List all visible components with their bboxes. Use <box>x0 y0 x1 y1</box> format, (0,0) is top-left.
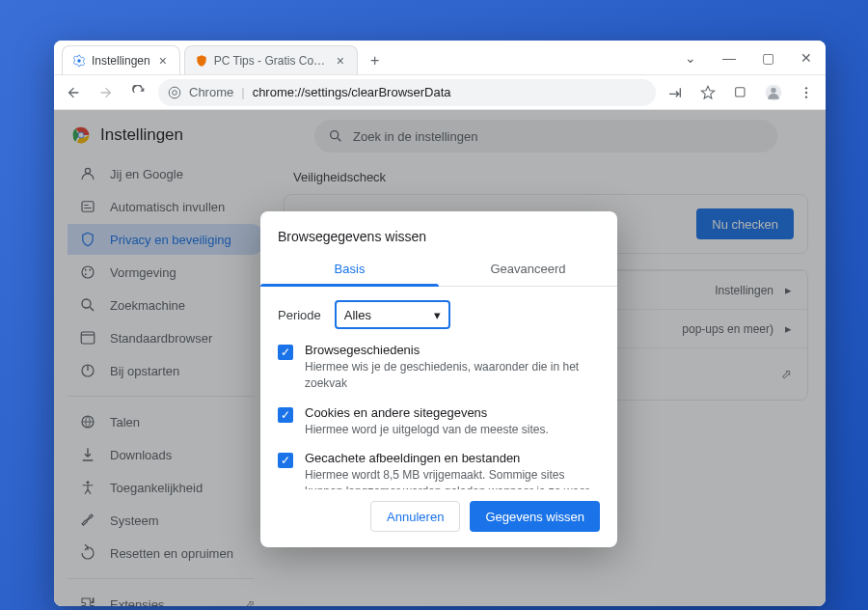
share-icon <box>667 85 683 100</box>
browser-window: Instellingen × PC Tips - Gratis Computer… <box>54 41 826 606</box>
clear-item-desc: Hiermee wordt 8,5 MB vrijgemaakt. Sommig… <box>305 467 600 489</box>
chrome-icon <box>168 86 181 99</box>
checkbox[interactable]: ✓ <box>278 453 293 468</box>
minimize-button[interactable]: — <box>710 41 748 74</box>
clear-item-desc: Hiermee wis je de geschiedenis, waaronde… <box>305 359 600 392</box>
close-icon[interactable]: × <box>334 54 347 68</box>
confirm-button[interactable]: Gegevens wissen <box>470 501 600 532</box>
profile-button[interactable] <box>760 79 787 106</box>
close-icon[interactable]: × <box>156 54 170 68</box>
tab-basic[interactable]: Basis <box>260 254 439 286</box>
cancel-button[interactable]: Annuleren <box>370 501 460 532</box>
clear-item-title: Browsegeschiedenis <box>305 343 600 357</box>
svg-point-2 <box>173 90 177 95</box>
tab-strip: Instellingen × PC Tips - Gratis Computer… <box>54 41 671 74</box>
arrow-left-icon <box>66 85 81 100</box>
titlebar: Instellingen × PC Tips - Gratis Computer… <box>54 41 826 75</box>
chevron-down-icon: ▾ <box>434 308 441 322</box>
tab-title: PC Tips - Gratis Computer Tips, s <box>214 54 328 68</box>
puzzle-icon <box>733 85 748 100</box>
bookmark-button[interactable] <box>694 79 721 106</box>
toolbar: Chrome | chrome://settings/clearBrowserD… <box>54 75 826 110</box>
maximize-button[interactable]: ▢ <box>748 41 787 74</box>
clear-item-row: ✓BrowsegeschiedenisHiermee wis je de ges… <box>278 343 600 392</box>
clear-data-dialog: Browsegegevens wissen Basis Geavanceerd … <box>260 211 617 547</box>
reload-icon <box>131 85 147 100</box>
tab-pctips[interactable]: PC Tips - Gratis Computer Tips, s × <box>184 45 358 74</box>
share-button[interactable] <box>662 79 689 106</box>
extensions-button[interactable] <box>727 79 754 106</box>
window-controls: ⌄ — ▢ ✕ <box>671 41 826 74</box>
tab-advanced[interactable]: Geavanceerd <box>439 254 617 286</box>
clear-item-title: Gecachete afbeeldingen en bestanden <box>305 451 600 465</box>
separator: | <box>241 85 244 99</box>
menu-button[interactable] <box>793 79 820 106</box>
period-label: Periode <box>278 308 321 322</box>
clear-item-desc: Hiermee word je uitgelogd van de meeste … <box>305 422 549 438</box>
dialog-actions: Annuleren Gegevens wissen <box>260 489 617 547</box>
kebab-icon <box>799 85 814 100</box>
dialog-title: Browsegegevens wissen <box>260 211 617 254</box>
svg-rect-3 <box>736 87 745 96</box>
forward-button[interactable] <box>93 79 120 106</box>
address-prefix: Chrome <box>189 85 233 99</box>
clear-item-title: Cookies en andere sitegegevens <box>305 405 549 420</box>
svg-point-8 <box>805 96 807 97</box>
clear-item-row: ✓Cookies en andere sitegegevensHiermee w… <box>278 405 600 438</box>
svg-point-6 <box>805 87 807 89</box>
tab-settings[interactable]: Instellingen × <box>62 45 180 74</box>
new-tab-button[interactable]: + <box>362 47 389 74</box>
address-bar[interactable]: Chrome | chrome://settings/clearBrowserD… <box>158 79 656 106</box>
content-area: Instellingen Jij en GoogleAutomatisch in… <box>54 110 826 606</box>
svg-point-5 <box>771 87 775 92</box>
clear-item-row: ✓Gecachete afbeeldingen en bestandenHier… <box>278 451 600 489</box>
dialog-tabs: Basis Geavanceerd <box>260 254 617 287</box>
arrow-right-icon <box>98 85 114 100</box>
svg-point-0 <box>77 59 81 63</box>
gear-icon <box>72 54 86 68</box>
svg-point-7 <box>805 91 807 93</box>
tab-title: Instellingen <box>92 54 150 68</box>
reload-button[interactable] <box>125 79 152 106</box>
back-button[interactable] <box>60 79 87 106</box>
checkbox[interactable]: ✓ <box>278 345 293 360</box>
person-icon <box>764 83 783 102</box>
star-icon <box>700 85 716 100</box>
period-select[interactable]: Alles ▾ <box>335 300 450 329</box>
svg-point-1 <box>169 87 180 98</box>
dialog-body: Periode Alles ▾ ✓BrowsegeschiedenisHierm… <box>260 287 617 489</box>
chevron-down-icon[interactable]: ⌄ <box>671 41 710 74</box>
address-text: chrome://settings/clearBrowserData <box>253 85 451 99</box>
shield-icon <box>195 54 208 68</box>
close-button[interactable]: ✕ <box>787 41 826 74</box>
checkbox[interactable]: ✓ <box>278 407 293 423</box>
period-value: Alles <box>344 308 371 322</box>
